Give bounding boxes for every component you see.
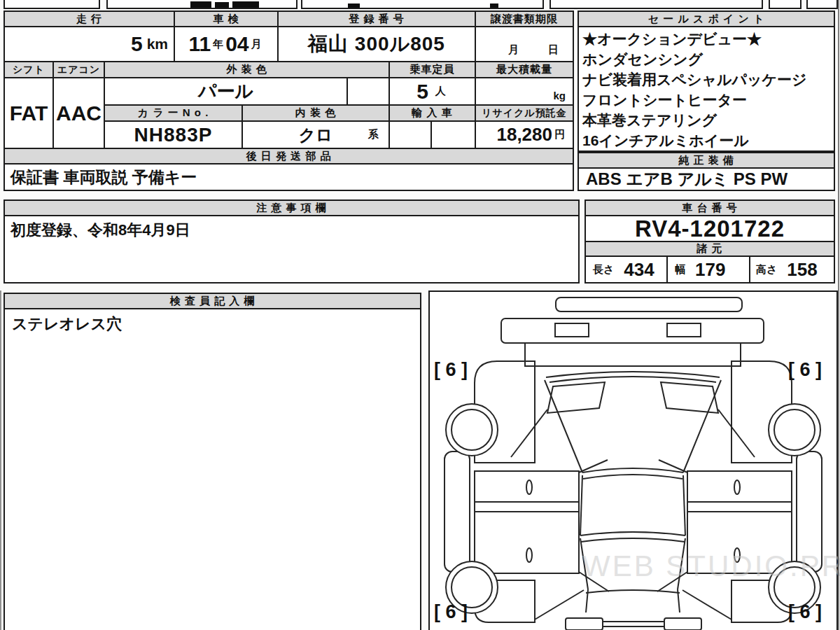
registration-value: 福山 300ル805 — [277, 26, 476, 62]
height-label: 高さ — [756, 263, 777, 276]
recycle-value: 18,280 円 — [475, 120, 574, 149]
capacity-value: 5 人 — [388, 77, 476, 106]
interior-color-text: クロ — [298, 124, 332, 146]
chassis-value: RV4-1201722 — [584, 215, 835, 242]
cutoff-text-fragment — [190, 1, 211, 8]
front-bumper — [556, 298, 742, 312]
sales-point-item: フロントシートヒーター — [582, 90, 832, 110]
cutoff-text-fragment — [348, 4, 360, 8]
recycle-header: リサイクル預託金 — [475, 104, 574, 122]
max-load-unit: kg — [553, 90, 566, 102]
interior-color-header: 内 装 色 — [241, 104, 390, 122]
fold-line — [682, 590, 732, 620]
roof-front-line — [583, 475, 682, 479]
transfer-doc-month-unit: 月 — [508, 43, 519, 57]
auction-sheet: 走 行 車 検 登 録 番 号 譲渡書類期限 5 km 11 年 04 月 福山… — [0, 0, 840, 630]
door-handle — [734, 480, 740, 494]
car-diagram-box: [ 6 ] [ 6 ] [ 6 ] [ 6 ] WEB STUDIO.PRO — [428, 290, 838, 630]
hood — [525, 343, 741, 366]
wheel-grade-front-left: [ 6 ] — [434, 359, 468, 380]
sales-point-item: ★オークションデビュー★ — [582, 29, 832, 49]
sill-left — [444, 451, 470, 572]
rear-bumper-left — [566, 618, 603, 630]
front-panel — [501, 318, 764, 343]
exterior-color-sub-cell — [346, 77, 390, 106]
registration-header: 登 録 番 号 — [277, 10, 476, 27]
sales-point-item: 本革巻ステアリング — [582, 110, 832, 130]
cabin-side-left — [580, 475, 582, 536]
inspection-year: 11 — [188, 32, 211, 56]
cutoff-text-fragment — [490, 4, 498, 8]
watermark: WEB STUDIO.PRO — [582, 550, 840, 583]
transfer-doc-value: 月 日 — [475, 26, 574, 62]
cutoff-cell — [806, 0, 838, 9]
sales-point-item: 16インチアルミホイール — [582, 130, 832, 150]
notes-value: 初度登録、令和8年4月9日 — [4, 215, 580, 284]
mileage-unit: km — [147, 36, 168, 52]
interior-color-value: クロ 系 — [241, 120, 390, 149]
aircon-header: エアコン — [52, 61, 105, 78]
capacity-number: 5 — [416, 80, 428, 104]
fold-line — [535, 590, 584, 620]
width-label: 幅 — [675, 263, 685, 276]
door-handle — [526, 480, 532, 494]
mileage-value: 5 km — [4, 26, 175, 62]
wheel-front-left-inner — [451, 410, 492, 450]
capacity-header: 乗車定員 — [388, 61, 476, 78]
rear-glass-line — [580, 532, 685, 536]
cutoff-text-fragment — [232, 1, 259, 8]
sales-point-item: ナビ装着用スペシャルパッケージ — [582, 69, 832, 90]
notes-header: 注 意 事 項 欄 — [4, 200, 580, 216]
max-load-value: kg — [475, 77, 574, 106]
length-label: 長さ — [593, 263, 614, 276]
wheel-grade-rear-left: [ 6 ] — [434, 601, 468, 622]
cutoff-cell — [4, 0, 100, 9]
width-cell: 幅 179 — [666, 255, 750, 284]
later-parts-header: 後 日 発 送 部 品 — [4, 148, 574, 164]
cabin-side-right — [683, 475, 685, 536]
cowl-line — [550, 377, 716, 382]
equipment-value: ABS エアB アルミ PS PW — [578, 167, 835, 191]
wheel-grade-front-right: [ 6 ] — [788, 359, 822, 380]
later-parts-value: 保証書 車両取説 予備キー — [4, 163, 574, 191]
transfer-doc-header: 譲渡書類期限 — [475, 10, 574, 27]
interior-color-suffix: 系 — [368, 128, 379, 141]
inspector-value: ステレオレス穴 — [4, 308, 421, 630]
recycle-unit: 円 — [554, 128, 565, 141]
sales-points-header: セ ー ル ス ポ イ ン ト — [578, 10, 835, 27]
roof-front-line — [582, 468, 683, 472]
wheel-grade-rear-right: [ 6 ] — [788, 601, 822, 622]
a-pillar-right — [683, 380, 721, 472]
cutoff-cell — [550, 0, 763, 9]
recycle-number: 18,280 — [496, 124, 552, 146]
equipment-header: 純 正 装 備 — [578, 152, 835, 169]
sales-point-item: ホンダセンシング — [582, 49, 832, 69]
spec-header: 諸 元 — [584, 241, 835, 257]
shift-value: FAT — [4, 77, 54, 149]
a-pillar-left — [545, 380, 582, 472]
color-no-value: NH883P — [104, 120, 243, 149]
rear-deck-line — [586, 590, 680, 593]
scan-edge — [0, 290, 1, 630]
door-handle — [526, 548, 532, 562]
chassis-header: 車 台 番 号 — [584, 200, 835, 216]
scan-edge — [838, 0, 839, 630]
import-value-cell — [388, 120, 432, 149]
inspection-year-unit: 年 — [213, 38, 223, 51]
inspector-header: 検 査 員 記 入 欄 — [4, 293, 421, 309]
fold-line — [718, 410, 755, 457]
inspection-header: 車 検 — [174, 10, 279, 27]
capacity-unit: 人 — [435, 85, 446, 98]
length-cell: 長さ 434 — [584, 255, 668, 284]
inspection-value: 11 年 04 月 — [174, 26, 279, 62]
rear-glass-line — [581, 538, 685, 542]
mileage-header: 走 行 — [4, 10, 175, 27]
exterior-color-value: パール — [104, 77, 348, 106]
exterior-color-header: 外 装 色 — [104, 61, 390, 78]
cutoff-cell — [301, 0, 544, 9]
length-value: 434 — [624, 259, 654, 281]
headlight-left — [555, 323, 589, 337]
rear-bumper-right — [664, 618, 701, 630]
headlight-right — [667, 323, 701, 337]
inspection-month: 04 — [225, 32, 248, 56]
